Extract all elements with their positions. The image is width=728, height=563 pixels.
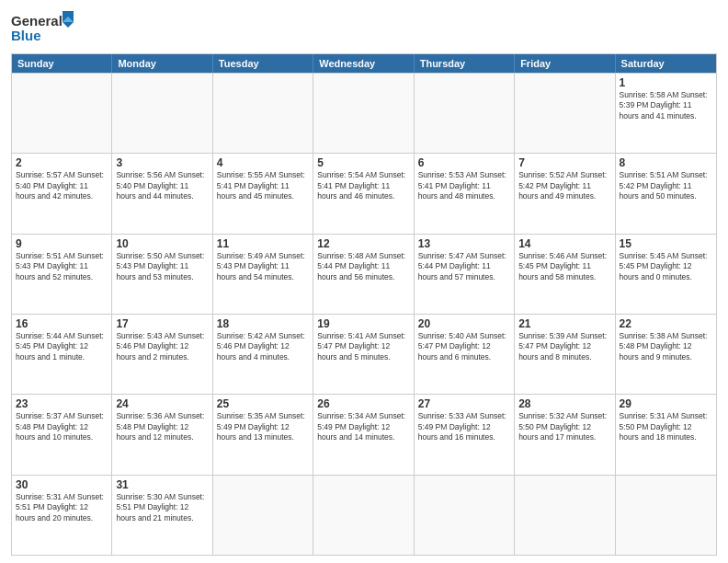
calendar: SundayMondayTuesdayWednesdayThursdayFrid… <box>11 53 717 556</box>
day-10: 10Sunrise: 5:50 AM Sunset: 5:43 PM Dayli… <box>112 235 212 314</box>
day-24: 24Sunrise: 5:36 AM Sunset: 5:48 PM Dayli… <box>112 395 212 474</box>
day-number-30: 30 <box>16 478 108 491</box>
day-number-13: 13 <box>418 237 510 250</box>
day-1: 1Sunrise: 5:58 AM Sunset: 5:39 PM Daylig… <box>616 74 716 153</box>
day-number-11: 11 <box>217 237 309 250</box>
day-20: 20Sunrise: 5:40 AM Sunset: 5:47 PM Dayli… <box>415 315 515 394</box>
weekday-friday: Friday <box>515 54 615 73</box>
weekday-saturday: Saturday <box>616 54 716 73</box>
empty-cell-0-2 <box>213 74 313 153</box>
day-number-19: 19 <box>317 317 409 330</box>
day-info-19: Sunrise: 5:41 AM Sunset: 5:47 PM Dayligh… <box>317 331 409 362</box>
day-27: 27Sunrise: 5:33 AM Sunset: 5:49 PM Dayli… <box>415 395 515 474</box>
day-info-1: Sunrise: 5:58 AM Sunset: 5:39 PM Dayligh… <box>620 90 712 121</box>
day-17: 17Sunrise: 5:43 AM Sunset: 5:46 PM Dayli… <box>112 315 212 394</box>
day-info-7: Sunrise: 5:52 AM Sunset: 5:42 PM Dayligh… <box>518 170 610 201</box>
day-4: 4Sunrise: 5:55 AM Sunset: 5:41 PM Daylig… <box>213 154 313 233</box>
day-number-26: 26 <box>317 397 409 410</box>
day-info-23: Sunrise: 5:37 AM Sunset: 5:48 PM Dayligh… <box>16 411 108 442</box>
day-info-5: Sunrise: 5:54 AM Sunset: 5:41 PM Dayligh… <box>317 170 409 201</box>
weekday-thursday: Thursday <box>415 54 515 73</box>
calendar-row-1: 2Sunrise: 5:57 AM Sunset: 5:40 PM Daylig… <box>12 153 716 233</box>
header: General Blue <box>11 9 717 48</box>
day-9: 9Sunrise: 5:51 AM Sunset: 5:43 PM Daylig… <box>12 235 112 314</box>
day-number-27: 27 <box>418 397 510 410</box>
weekday-wednesday: Wednesday <box>313 54 414 73</box>
day-7: 7Sunrise: 5:52 AM Sunset: 5:42 PM Daylig… <box>515 154 615 233</box>
day-16: 16Sunrise: 5:44 AM Sunset: 5:45 PM Dayli… <box>12 315 112 394</box>
calendar-body: 1Sunrise: 5:58 AM Sunset: 5:39 PM Daylig… <box>12 73 716 555</box>
empty-cell-5-3 <box>313 476 414 555</box>
empty-cell-5-4 <box>415 476 515 555</box>
day-info-25: Sunrise: 5:35 AM Sunset: 5:49 PM Dayligh… <box>217 411 309 442</box>
day-info-8: Sunrise: 5:51 AM Sunset: 5:42 PM Dayligh… <box>620 170 712 201</box>
day-number-18: 18 <box>217 317 309 330</box>
day-number-29: 29 <box>620 397 712 410</box>
day-number-22: 22 <box>620 317 712 330</box>
calendar-row-2: 9Sunrise: 5:51 AM Sunset: 5:43 PM Daylig… <box>12 234 716 314</box>
empty-cell-0-1 <box>112 74 212 153</box>
empty-cell-0-4 <box>415 74 515 153</box>
weekday-monday: Monday <box>112 54 212 73</box>
day-number-6: 6 <box>418 156 510 169</box>
day-number-23: 23 <box>16 397 108 410</box>
day-number-2: 2 <box>16 156 108 169</box>
day-25: 25Sunrise: 5:35 AM Sunset: 5:49 PM Dayli… <box>213 395 313 474</box>
day-12: 12Sunrise: 5:48 AM Sunset: 5:44 PM Dayli… <box>313 235 414 314</box>
calendar-row-4: 23Sunrise: 5:37 AM Sunset: 5:48 PM Dayli… <box>12 394 716 474</box>
day-number-1: 1 <box>620 76 712 89</box>
empty-cell-5-2 <box>213 476 313 555</box>
empty-cell-5-6 <box>616 476 716 555</box>
day-number-14: 14 <box>518 237 610 250</box>
svg-text:General: General <box>11 13 63 29</box>
day-info-21: Sunrise: 5:39 AM Sunset: 5:47 PM Dayligh… <box>518 331 610 362</box>
calendar-row-3: 16Sunrise: 5:44 AM Sunset: 5:45 PM Dayli… <box>12 314 716 394</box>
logo-svg: General Blue <box>11 9 75 48</box>
calendar-header: SundayMondayTuesdayWednesdayThursdayFrid… <box>12 54 716 73</box>
day-number-17: 17 <box>116 317 208 330</box>
empty-cell-5-5 <box>515 476 615 555</box>
day-info-15: Sunrise: 5:45 AM Sunset: 5:45 PM Dayligh… <box>620 251 712 282</box>
day-info-17: Sunrise: 5:43 AM Sunset: 5:46 PM Dayligh… <box>116 331 208 362</box>
day-31: 31Sunrise: 5:30 AM Sunset: 5:51 PM Dayli… <box>112 476 212 555</box>
day-number-5: 5 <box>317 156 409 169</box>
day-info-28: Sunrise: 5:32 AM Sunset: 5:50 PM Dayligh… <box>518 411 610 442</box>
day-info-26: Sunrise: 5:34 AM Sunset: 5:49 PM Dayligh… <box>317 411 409 442</box>
day-22: 22Sunrise: 5:38 AM Sunset: 5:48 PM Dayli… <box>616 315 716 394</box>
day-number-28: 28 <box>518 397 610 410</box>
page: General Blue SundayMondayTuesdayWednesda… <box>0 0 728 563</box>
day-info-10: Sunrise: 5:50 AM Sunset: 5:43 PM Dayligh… <box>116 251 208 282</box>
day-26: 26Sunrise: 5:34 AM Sunset: 5:49 PM Dayli… <box>313 395 414 474</box>
empty-cell-0-0 <box>12 74 112 153</box>
day-number-7: 7 <box>518 156 610 169</box>
day-info-11: Sunrise: 5:49 AM Sunset: 5:43 PM Dayligh… <box>217 251 309 282</box>
day-info-29: Sunrise: 5:31 AM Sunset: 5:50 PM Dayligh… <box>620 411 712 442</box>
day-3: 3Sunrise: 5:56 AM Sunset: 5:40 PM Daylig… <box>112 154 212 233</box>
day-info-24: Sunrise: 5:36 AM Sunset: 5:48 PM Dayligh… <box>116 411 208 442</box>
day-28: 28Sunrise: 5:32 AM Sunset: 5:50 PM Dayli… <box>515 395 615 474</box>
day-number-12: 12 <box>317 237 409 250</box>
day-5: 5Sunrise: 5:54 AM Sunset: 5:41 PM Daylig… <box>313 154 414 233</box>
day-number-8: 8 <box>620 156 712 169</box>
day-number-10: 10 <box>116 237 208 250</box>
day-30: 30Sunrise: 5:31 AM Sunset: 5:51 PM Dayli… <box>12 476 112 555</box>
day-15: 15Sunrise: 5:45 AM Sunset: 5:45 PM Dayli… <box>616 235 716 314</box>
calendar-row-5: 30Sunrise: 5:31 AM Sunset: 5:51 PM Dayli… <box>12 475 716 555</box>
day-info-16: Sunrise: 5:44 AM Sunset: 5:45 PM Dayligh… <box>16 331 108 362</box>
weekday-sunday: Sunday <box>12 54 112 73</box>
day-number-31: 31 <box>116 478 208 491</box>
day-18: 18Sunrise: 5:42 AM Sunset: 5:46 PM Dayli… <box>213 315 313 394</box>
calendar-row-0: 1Sunrise: 5:58 AM Sunset: 5:39 PM Daylig… <box>12 73 716 153</box>
day-info-2: Sunrise: 5:57 AM Sunset: 5:40 PM Dayligh… <box>16 170 108 201</box>
logo: General Blue <box>11 9 75 48</box>
day-info-6: Sunrise: 5:53 AM Sunset: 5:41 PM Dayligh… <box>418 170 510 201</box>
day-info-14: Sunrise: 5:46 AM Sunset: 5:45 PM Dayligh… <box>518 251 610 282</box>
day-number-20: 20 <box>418 317 510 330</box>
svg-text:Blue: Blue <box>11 28 41 43</box>
day-info-12: Sunrise: 5:48 AM Sunset: 5:44 PM Dayligh… <box>317 251 409 282</box>
day-info-27: Sunrise: 5:33 AM Sunset: 5:49 PM Dayligh… <box>418 411 510 442</box>
day-info-20: Sunrise: 5:40 AM Sunset: 5:47 PM Dayligh… <box>418 331 510 362</box>
day-21: 21Sunrise: 5:39 AM Sunset: 5:47 PM Dayli… <box>515 315 615 394</box>
day-info-13: Sunrise: 5:47 AM Sunset: 5:44 PM Dayligh… <box>418 251 510 282</box>
day-23: 23Sunrise: 5:37 AM Sunset: 5:48 PM Dayli… <box>12 395 112 474</box>
